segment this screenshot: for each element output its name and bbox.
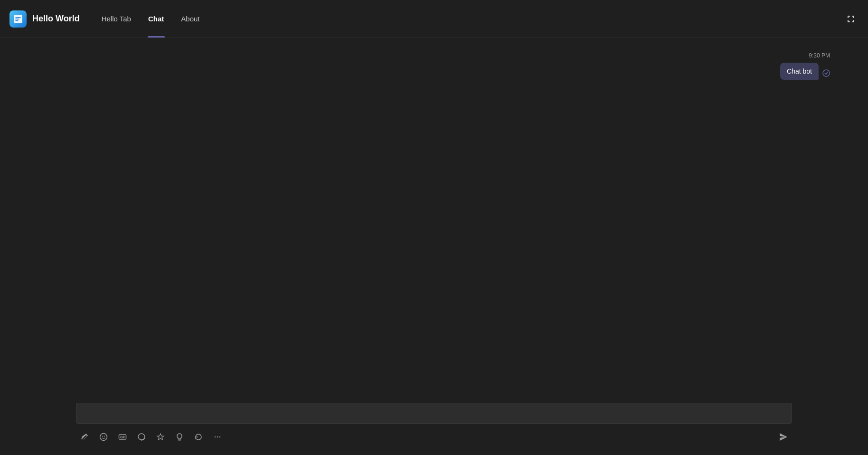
header-right bbox=[843, 11, 859, 27]
message-container: 9:30 PM Chat bot bbox=[780, 52, 830, 80]
header: Hello World Hello Tab Chat About bbox=[0, 0, 868, 38]
message-row: Chat bot bbox=[780, 63, 830, 80]
praise-button[interactable] bbox=[152, 428, 169, 446]
svg-point-9 bbox=[219, 436, 220, 437]
message-time: 9:30 PM bbox=[809, 52, 830, 59]
svg-point-2 bbox=[100, 434, 107, 441]
loop-button[interactable] bbox=[171, 428, 188, 446]
svg-point-7 bbox=[215, 436, 216, 437]
toolbar-icons: GIF bbox=[76, 428, 792, 446]
tab-about[interactable]: About bbox=[173, 0, 207, 38]
nav-tabs: Hello Tab Chat About bbox=[94, 0, 208, 38]
expand-icon[interactable] bbox=[843, 11, 859, 27]
svg-point-1 bbox=[823, 70, 830, 76]
gif-button[interactable]: GIF bbox=[114, 428, 131, 446]
message-status-icon bbox=[822, 69, 830, 79]
svg-point-4 bbox=[104, 436, 105, 437]
emoji-button[interactable] bbox=[95, 428, 112, 446]
more-options-button[interactable] bbox=[209, 428, 226, 446]
send-button[interactable] bbox=[775, 428, 792, 446]
chat-area: 9:30 PM Chat bot bbox=[0, 38, 868, 398]
sticker-button[interactable] bbox=[133, 428, 150, 446]
message-bubble: Chat bot bbox=[780, 63, 819, 80]
svg-point-3 bbox=[102, 436, 103, 437]
tab-chat[interactable]: Chat bbox=[141, 0, 171, 38]
message-input[interactable] bbox=[76, 403, 792, 424]
app-logo bbox=[9, 10, 27, 28]
tab-hello-tab[interactable]: Hello Tab bbox=[94, 0, 139, 38]
refresh-button[interactable] bbox=[190, 428, 207, 446]
svg-point-8 bbox=[217, 436, 218, 437]
app-title: Hello World bbox=[32, 14, 80, 24]
svg-text:GIF: GIF bbox=[120, 436, 125, 439]
main-content: 9:30 PM Chat bot bbox=[0, 38, 868, 455]
format-button[interactable] bbox=[76, 428, 93, 446]
toolbar-left: GIF bbox=[76, 428, 226, 446]
bottom-bar: GIF bbox=[0, 398, 868, 455]
